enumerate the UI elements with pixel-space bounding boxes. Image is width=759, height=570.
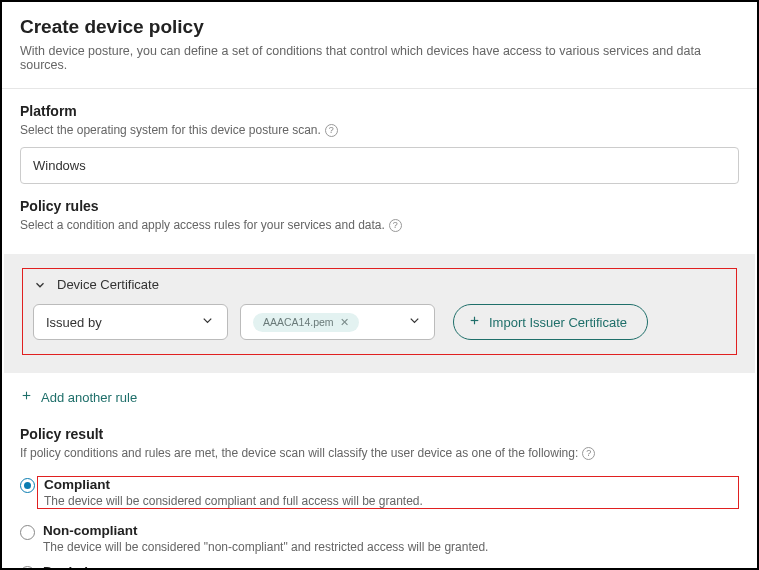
radio-compliant[interactable]: Compliant The device will be considered … [20,470,739,519]
radio-input-compliant[interactable] [20,478,35,493]
add-rule-label: Add another rule [41,390,137,405]
rules-description: Select a condition and apply access rule… [20,218,739,232]
policy-result-section: Policy result If policy conditions and r… [2,406,757,570]
platform-select[interactable]: Windows [20,147,739,184]
rule-row: Issued by AAACA14.pem ✕ Import Issuer C [33,304,726,340]
rules-container: Device Certificate Issued by AAACA14.pem… [4,254,755,373]
rule-name: Device Certificate [57,277,159,292]
operator-label: Issued by [46,315,102,330]
highlight-box-compliant: Compliant The device will be considered … [37,476,739,509]
operator-dropdown[interactable]: Issued by [33,304,228,340]
radio-noncompliant[interactable]: Non-compliant The device will be conside… [20,519,739,560]
radio-input-noncompliant[interactable] [20,525,35,540]
radio-desc: The device will be considered "non-compl… [43,540,739,554]
result-radio-group: Compliant The device will be considered … [20,470,739,570]
platform-section: Platform Select the operating system for… [2,89,757,184]
chevron-down-icon[interactable] [33,278,47,292]
highlight-box-rule: Device Certificate Issued by AAACA14.pem… [22,268,737,355]
add-rule-button[interactable]: Add another rule [20,389,137,405]
rules-desc-text: Select a condition and apply access rule… [20,218,385,232]
platform-description: Select the operating system for this dev… [20,123,739,137]
platform-desc-text: Select the operating system for this dev… [20,123,321,137]
close-icon[interactable]: ✕ [340,316,349,329]
cert-chip: AAACA14.pem ✕ [253,313,359,332]
policy-rules-section: Policy rules Select a condition and appl… [2,184,757,254]
chevron-down-icon [200,313,215,331]
cert-chip-label: AAACA14.pem [263,316,334,328]
certificate-dropdown[interactable]: AAACA14.pem ✕ [240,304,435,340]
page-title: Create device policy [20,16,739,38]
help-icon[interactable]: ? [325,124,338,137]
radio-label: Non-compliant [43,523,739,538]
radio-denied[interactable]: Denied access The device will be denied … [20,560,739,570]
page-description: With device posture, you can define a se… [20,44,739,72]
page-header: Create device policy With device posture… [2,2,757,89]
chevron-down-icon [407,313,422,331]
help-icon[interactable]: ? [582,447,595,460]
help-icon[interactable]: ? [389,219,402,232]
import-label: Import Issuer Certificate [489,315,627,330]
result-title: Policy result [20,426,739,442]
import-issuer-button[interactable]: Import Issuer Certificate [453,304,648,340]
radio-desc: The device will be considered compliant … [44,494,732,508]
platform-title: Platform [20,103,739,119]
plus-icon [468,314,481,330]
radio-input-denied[interactable] [20,566,35,570]
rule-header[interactable]: Device Certificate [33,277,726,292]
plus-icon [20,389,33,405]
radio-label: Compliant [44,477,732,492]
result-desc-text: If policy conditions and rules are met, … [20,446,578,460]
rules-title: Policy rules [20,198,739,214]
result-description: If policy conditions and rules are met, … [20,446,739,460]
radio-label: Denied access [43,564,739,570]
